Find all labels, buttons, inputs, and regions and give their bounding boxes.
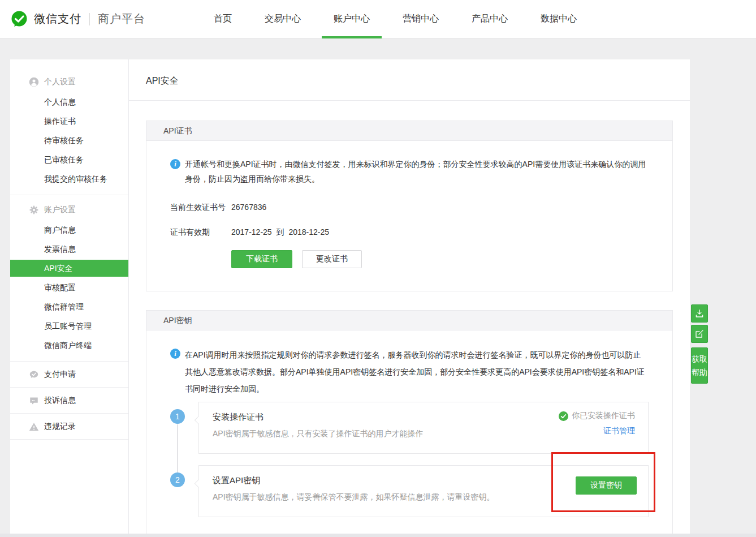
step-2-card: 设置API密钥 API密钥属于敏感信息，请妥善保管不要泄露，如果怀疑信息泄露，请… — [198, 465, 649, 517]
api-key-section-body: i 在API调用时用来按照指定规则对你的请求参数进行签名，服务器收到你的请求时会… — [146, 330, 672, 537]
step-set-api-key: 2 设置API密钥 API密钥属于敏感信息，请妥善保管不要泄露，如果怀疑信息泄露… — [170, 465, 649, 517]
sidebar-item-operation-cert[interactable]: 操作证书 — [10, 111, 128, 131]
step-2-title: 设置API密钥 — [213, 475, 634, 486]
wechat-pay-icon — [10, 10, 28, 28]
api-cert-section: API证书 i 开通帐号和更换API证书时，由微信支付签发，用来标识和界定你的身… — [146, 121, 673, 291]
cert-number-value: 26767836 — [231, 203, 266, 213]
sidebar-group-title: 账户设置 — [44, 205, 76, 215]
sidebar-group-title: 个人设置 — [44, 77, 76, 87]
sidebar-link-label: 支付申请 — [44, 370, 76, 380]
sidebar-divider — [10, 195, 128, 195]
sidebar-link-complaint-info[interactable]: 投诉信息 — [10, 388, 128, 414]
edit-icon — [694, 329, 705, 339]
valid-to: 2018-12-25 — [288, 227, 329, 237]
horizontal-scrollbar[interactable] — [0, 534, 756, 537]
cert-manage-link[interactable]: 证书管理 — [603, 426, 635, 436]
product-name: 商户平台 — [98, 11, 145, 27]
api-key-section: API密钥 i 在API调用时用来按照指定规则对你的请求参数进行签名，服务器收到… — [146, 310, 673, 537]
cert-number-row: 当前生效证书号 26767836 — [170, 203, 649, 213]
user-icon — [29, 77, 39, 87]
content-area: API安全 API证书 i 开通帐号和更换API证书时，由微信支付签发，用来标识… — [129, 59, 690, 534]
nav-marketing-center[interactable]: 营销中心 — [391, 0, 451, 38]
nav-home[interactable]: 首页 — [202, 0, 244, 38]
set-api-key-button[interactable]: 设置密钥 — [576, 476, 637, 495]
cert-number-label: 当前生效证书号 — [170, 203, 231, 213]
top-header: 微信支付 商户平台 首页 交易中心 账户中心 营销中心 产品中心 数据中心 — [0, 0, 756, 38]
step-install-cert: 1 安装操作证书 API密钥属于敏感信息，只有安装了操作证书的用户才能操作 — [170, 402, 649, 454]
nav-account-center[interactable]: 账户中心 — [322, 0, 382, 38]
sidebar-link-label: 投诉信息 — [44, 396, 76, 406]
nav-product-center[interactable]: 产品中心 — [460, 0, 520, 38]
sidebar-item-wechat-merchant-terminal[interactable]: 微信商户终端 — [10, 336, 128, 355]
sidebar-item-personal-info[interactable]: 个人信息 — [10, 92, 128, 111]
feedback-tool-button[interactable] — [691, 325, 708, 343]
sidebar-item-review-config[interactable]: 审核配置 — [10, 278, 128, 297]
sidebar-item-staff-account-mgmt[interactable]: 员工账号管理 — [10, 316, 128, 336]
sidebar-group-personal-settings[interactable]: 个人设置 — [10, 72, 128, 92]
comment-icon — [29, 396, 39, 406]
cert-buttons-row: 下载证书 更改证书 — [170, 250, 649, 268]
sidebar-account-items: 商户信息 发票信息 API安全 审核配置 微信群管理 员工账号管理 微信商户终端 — [10, 220, 128, 355]
sidebar: 个人设置 个人信息 操作证书 待审核任务 已审核任务 我提交的审核任务 — [10, 59, 129, 534]
warning-icon — [29, 422, 39, 432]
main-panel: 个人设置 个人信息 操作证书 待审核任务 已审核任务 我提交的审核任务 — [10, 59, 690, 534]
api-cert-section-body: i 开通帐号和更换API证书时，由微信支付签发，用来标识和界定你的身份；部分安全… — [146, 141, 672, 291]
step-1-status-text: 你已安装操作证书 — [572, 411, 635, 421]
download-cert-button[interactable]: 下载证书 — [231, 250, 292, 268]
sidebar-personal-items: 个人信息 操作证书 待审核任务 已审核任务 我提交的审核任务 — [10, 92, 128, 188]
sidebar-item-reviewed-tasks[interactable]: 已审核任务 — [10, 150, 128, 169]
step-1-badge: 1 — [170, 409, 185, 424]
step-1-status-area: 你已安装操作证书 证书管理 — [559, 411, 635, 436]
cert-info-text: 开通帐号和更换API证书时，由微信支付签发，用来标识和界定你的身份；部分安全性要… — [185, 157, 649, 186]
sidebar-item-wechat-group-mgmt[interactable]: 微信群管理 — [10, 297, 128, 316]
cert-info-row: i 开通帐号和更换API证书时，由微信支付签发，用来标识和界定你的身份；部分安全… — [170, 157, 649, 186]
cert-validity-row: 证书有效期 2017-12-25 到 2018-12-25 — [170, 227, 649, 238]
gear-icon — [29, 205, 39, 215]
valid-from: 2017-12-25 — [231, 227, 272, 237]
check-circle-icon — [559, 411, 568, 421]
sidebar-item-api-security[interactable]: API安全 — [10, 260, 128, 277]
info-icon: i — [170, 159, 180, 169]
page-title: API安全 — [146, 75, 690, 87]
chat-check-icon — [29, 370, 39, 380]
wechat-pay-logo[interactable]: 微信支付 商户平台 — [10, 10, 145, 28]
floating-toolbar: 获取帮助 — [691, 304, 708, 384]
step-1-status: 你已安装操作证书 — [559, 411, 635, 421]
sidebar-group-account-settings[interactable]: 账户设置 — [10, 200, 128, 220]
sidebar-link-payment-application[interactable]: 支付申请 — [10, 362, 128, 388]
sidebar-item-invoice-info[interactable]: 发票信息 — [10, 239, 128, 259]
key-info-text: 在API调用时用来按照指定规则对你的请求参数进行签名，服务器收到你的请求时会进行… — [185, 346, 649, 397]
sidebar-item-pending-review-tasks[interactable]: 待审核任务 — [10, 131, 128, 150]
cert-validity-label: 证书有效期 — [170, 227, 231, 238]
api-key-section-title: API密钥 — [146, 311, 672, 330]
sidebar-item-my-submitted-tasks[interactable]: 我提交的审核任务 — [10, 169, 128, 188]
page-title-row: API安全 — [129, 59, 690, 101]
get-help-button[interactable]: 获取帮助 — [691, 347, 708, 384]
brand-name: 微信支付 — [34, 11, 81, 27]
nav-transaction-center[interactable]: 交易中心 — [253, 0, 313, 38]
nav-data-center[interactable]: 数据中心 — [529, 0, 589, 38]
sidebar-link-label: 违规记录 — [44, 422, 76, 432]
cert-validity-value: 2017-12-25 到 2018-12-25 — [231, 227, 329, 238]
api-key-steps: 1 安装操作证书 API密钥属于敏感信息，只有安装了操作证书的用户才能操作 — [170, 402, 649, 517]
logo-divider — [89, 13, 90, 25]
sidebar-link-violation-records[interactable]: 违规记录 — [10, 414, 128, 440]
sidebar-item-merchant-info[interactable]: 商户信息 — [10, 220, 128, 239]
main-nav: 首页 交易中心 账户中心 营销中心 产品中心 数据中心 — [197, 0, 593, 38]
step-2-badge: 2 — [170, 472, 185, 487]
download-tool-button[interactable] — [691, 304, 708, 323]
info-icon: i — [170, 349, 180, 359]
key-info-row: i 在API调用时用来按照指定规则对你的请求参数进行签名，服务器收到你的请求时会… — [170, 346, 649, 397]
download-icon — [694, 308, 705, 319]
range-word: 到 — [277, 227, 284, 237]
api-cert-section-title: API证书 — [146, 121, 672, 141]
step-2-desc: API密钥属于敏感信息，请妥善保管不要泄露，如果怀疑信息泄露，请重设密钥。 — [213, 492, 634, 502]
change-cert-button[interactable]: 更改证书 — [302, 250, 362, 268]
step-1-card: 安装操作证书 API密钥属于敏感信息，只有安装了操作证书的用户才能操作 — [198, 402, 649, 454]
